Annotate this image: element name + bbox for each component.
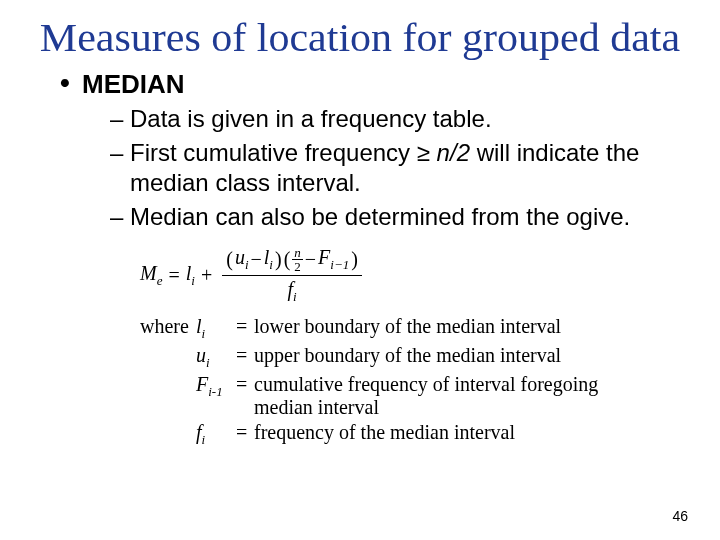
minus-1: − (251, 248, 262, 271)
formula-block: Me = li + (ui − li) (n2 − Fi−1) fi where… (140, 246, 676, 448)
def-ui-eq: = (236, 344, 254, 367)
def-li-eq: = (236, 315, 254, 338)
num-2: 2 (292, 260, 303, 273)
sym-Me: M (140, 262, 157, 284)
fraction: (ui − li) (n2 − Fi−1) fi (222, 246, 362, 305)
sub-li-2: i (269, 257, 273, 272)
sub-F: i−1 (330, 257, 349, 272)
minus-2: − (305, 248, 316, 271)
sym-F: F (318, 246, 330, 268)
def-li: where li = lower boundary of the median … (140, 315, 676, 342)
def-fi-eq: = (236, 421, 254, 444)
def-ui: ui = upper boundary of the median interv… (140, 344, 676, 371)
sym-n: n (292, 246, 303, 260)
equals-sign: = (168, 264, 179, 287)
sub-li: i (191, 273, 195, 288)
def-ui-sub: i (206, 355, 210, 370)
def-F-sub: i-1 (208, 384, 222, 399)
def-ui-desc: upper boundary of the median interval (254, 344, 654, 367)
def-ui-sym: u (196, 344, 206, 366)
bullet-2-pre: First cumulative frequency ≥ (130, 139, 437, 166)
n-over-2: n2 (292, 246, 303, 273)
def-fi: fi = frequency of the median interval (140, 421, 676, 448)
def-li-sub: i (202, 326, 206, 341)
sym-ui: u (235, 246, 245, 268)
heading-text: MEDIAN (82, 69, 185, 99)
def-F-sym: F (196, 373, 208, 395)
where-label: where (140, 315, 196, 338)
bullet-2: First cumulative frequency ≥ n/2 will in… (110, 138, 676, 198)
plus-sign: + (201, 264, 212, 287)
median-formula: Me = li + (ui − li) (n2 − Fi−1) fi (140, 246, 676, 305)
lparen-2: ( (284, 248, 291, 271)
def-F-desc: cumulative frequency of interval foregoi… (254, 373, 654, 419)
def-F: Fi-1 = cumulative frequency of interval … (140, 373, 676, 419)
page-number: 46 (672, 508, 688, 524)
where-block: where li = lower boundary of the median … (140, 315, 676, 448)
def-li-desc: lower boundary of the median interval (254, 315, 654, 338)
def-fi-desc: frequency of the median interval (254, 421, 654, 444)
denominator: fi (287, 276, 296, 305)
numerator: (ui − li) (n2 − Fi−1) (222, 246, 362, 276)
def-F-eq: = (236, 373, 254, 396)
rparen-1: ) (275, 248, 282, 271)
rparen-2: ) (351, 248, 358, 271)
section-heading: MEDIAN Data is given in a frequency tabl… (60, 69, 676, 232)
bullet-2-n2: n/2 (437, 139, 470, 166)
slide-title: Measures of location for grouped data (0, 14, 720, 61)
bullet-3: Median can also be determined from the o… (110, 202, 676, 232)
content-area: MEDIAN Data is given in a frequency tabl… (0, 69, 720, 448)
lparen-1: ( (226, 248, 233, 271)
sub-ui: i (245, 257, 249, 272)
sub-fi: i (293, 289, 297, 304)
def-fi-sub: i (202, 432, 206, 447)
bullet-1: Data is given in a frequency table. (110, 104, 676, 134)
sub-e: e (157, 273, 163, 288)
